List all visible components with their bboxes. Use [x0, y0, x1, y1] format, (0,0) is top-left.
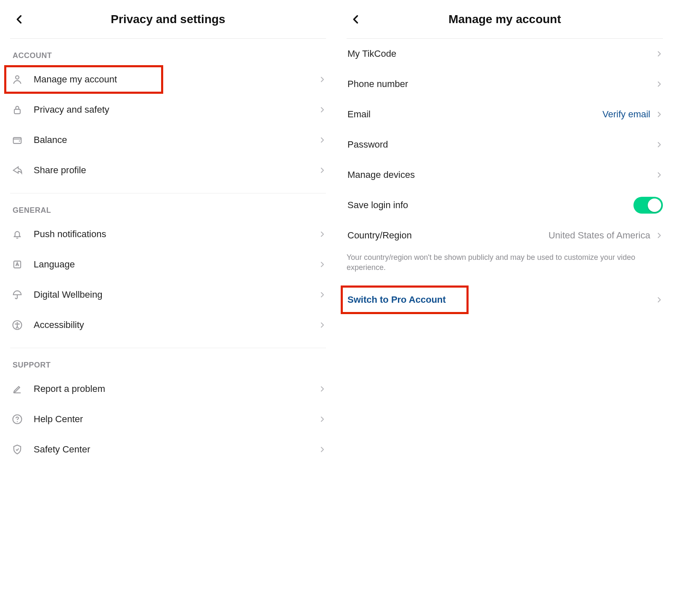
section-account-label: ACCOUNT — [13, 51, 326, 60]
svg-rect-1 — [14, 109, 20, 114]
country-value: United States of America — [548, 230, 650, 241]
verify-email-link[interactable]: Verify email — [602, 109, 650, 120]
row-label: Privacy and safety — [34, 104, 318, 115]
row-phone-number[interactable]: Phone number — [347, 69, 663, 99]
bell-icon — [10, 227, 24, 241]
row-label: Report a problem — [34, 383, 318, 394]
row-label: Language — [34, 259, 318, 270]
row-label: Country/Region — [347, 230, 548, 241]
row-label: Email — [347, 109, 602, 120]
page-title-left: Privacy and settings — [10, 13, 326, 26]
manage-account-panel: Manage my account My TikCode Phone numbe… — [336, 0, 673, 481]
chevron-right-icon — [655, 296, 663, 304]
row-label: Share profile — [34, 165, 318, 176]
row-label: Save login info — [347, 200, 633, 211]
svg-rect-2 — [13, 137, 21, 143]
privacy-settings-panel: Privacy and settings ACCOUNT Manage my a… — [0, 0, 336, 481]
header-left: Privacy and settings — [10, 0, 326, 39]
row-label: Balance — [34, 135, 318, 145]
row-report-a-problem[interactable]: Report a problem — [10, 374, 326, 404]
row-safety-center[interactable]: Safety Center — [10, 434, 326, 465]
row-language[interactable]: Language — [10, 249, 326, 280]
chevron-right-icon — [318, 446, 326, 453]
back-icon[interactable] — [350, 13, 362, 25]
row-label: Switch to Pro Account — [347, 294, 655, 305]
row-my-tikcode[interactable]: My TikCode — [347, 39, 663, 69]
row-save-login-info: Save login info — [347, 190, 663, 220]
chevron-right-icon — [655, 50, 663, 58]
chevron-right-icon — [318, 261, 326, 268]
row-label: Accessibility — [34, 320, 318, 330]
row-country-region[interactable]: Country/Region United States of America — [347, 220, 663, 251]
row-manage-devices[interactable]: Manage devices — [347, 160, 663, 190]
row-help-center[interactable]: Help Center — [10, 404, 326, 434]
row-push-notifications[interactable]: Push notifications — [10, 219, 326, 249]
row-label: Phone number — [347, 79, 655, 90]
chevron-right-icon — [655, 111, 663, 118]
chevron-right-icon — [318, 106, 326, 114]
row-label: Password — [347, 139, 655, 150]
accessibility-icon — [10, 318, 24, 332]
chevron-right-icon — [655, 141, 663, 148]
row-label: Manage devices — [347, 169, 655, 180]
chevron-right-icon — [655, 232, 663, 239]
chevron-right-icon — [318, 76, 326, 83]
divider — [10, 348, 326, 348]
svg-point-3 — [19, 140, 20, 142]
row-share-profile[interactable]: Share profile — [10, 155, 326, 185]
chevron-right-icon — [318, 321, 326, 329]
row-label: Manage my account — [34, 74, 318, 85]
person-icon — [10, 72, 24, 87]
wallet-icon — [10, 133, 24, 147]
header-right: Manage my account — [347, 0, 663, 39]
svg-point-0 — [16, 76, 19, 79]
share-icon — [10, 163, 24, 177]
umbrella-icon — [10, 288, 24, 302]
section-general-label: GENERAL — [13, 206, 326, 215]
chevron-right-icon — [655, 80, 663, 88]
row-label: Help Center — [34, 414, 318, 425]
back-icon[interactable] — [13, 13, 25, 25]
svg-point-6 — [16, 322, 18, 323]
row-privacy-and-safety[interactable]: Privacy and safety — [10, 95, 326, 125]
chevron-right-icon — [318, 136, 326, 144]
svg-point-8 — [17, 421, 18, 422]
row-accessibility[interactable]: Accessibility — [10, 310, 326, 340]
country-note: Your country/region won't be shown publi… — [347, 252, 663, 273]
shield-icon — [10, 442, 24, 457]
page-title-right: Manage my account — [347, 13, 663, 26]
row-balance[interactable]: Balance — [10, 125, 326, 155]
chevron-right-icon — [318, 415, 326, 423]
language-icon — [10, 257, 24, 272]
lock-icon — [10, 103, 24, 117]
row-label: Safety Center — [34, 444, 318, 455]
row-email[interactable]: Email Verify email — [347, 99, 663, 130]
pencil-icon — [10, 382, 24, 396]
row-switch-to-pro[interactable]: Switch to Pro Account — [347, 285, 663, 315]
row-manage-my-account[interactable]: Manage my account — [10, 64, 326, 95]
save-login-toggle[interactable] — [633, 197, 663, 214]
chevron-right-icon — [318, 385, 326, 393]
row-label: Push notifications — [34, 229, 318, 240]
section-support-label: SUPPORT — [13, 361, 326, 370]
divider — [10, 193, 326, 193]
help-icon — [10, 412, 24, 426]
chevron-right-icon — [318, 291, 326, 299]
chevron-right-icon — [318, 167, 326, 174]
chevron-right-icon — [318, 230, 326, 238]
row-label: Digital Wellbeing — [34, 289, 318, 300]
row-password[interactable]: Password — [347, 130, 663, 160]
row-digital-wellbeing[interactable]: Digital Wellbeing — [10, 280, 326, 310]
chevron-right-icon — [655, 171, 663, 179]
row-label: My TikCode — [347, 48, 655, 59]
